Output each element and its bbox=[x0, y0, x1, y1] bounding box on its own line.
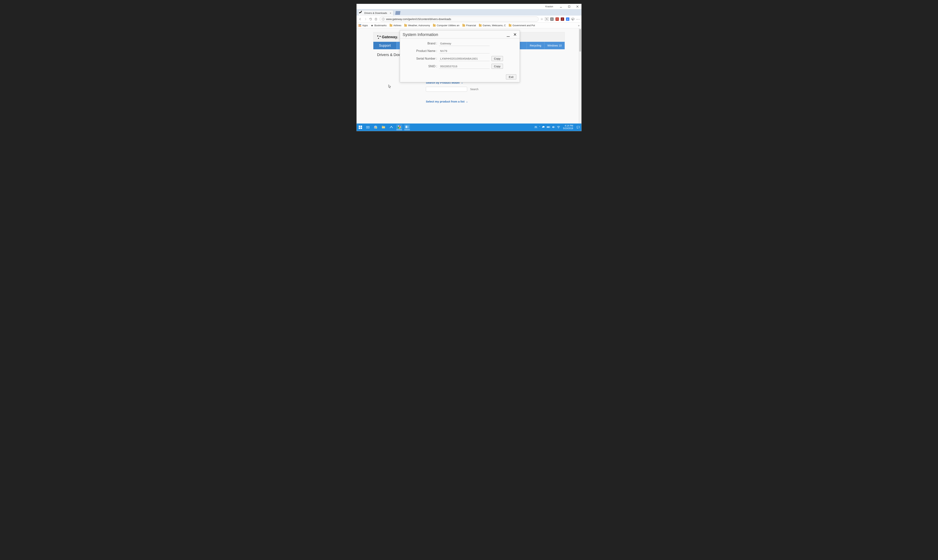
folder-icon bbox=[479, 25, 481, 27]
browser-tab[interactable]: Drivers & Downloads × bbox=[358, 10, 393, 16]
gateway-mark-icon bbox=[377, 35, 381, 39]
apps-button[interactable]: Apps bbox=[358, 24, 368, 27]
site-info-icon[interactable]: i bbox=[382, 18, 384, 20]
bookmarks-menu[interactable]: ★ Bookmarks bbox=[371, 24, 387, 27]
new-tab-button[interactable] bbox=[395, 11, 401, 15]
window-minimize-button[interactable] bbox=[558, 5, 564, 9]
taskbar-explorer-icon[interactable] bbox=[381, 125, 386, 130]
sysinfo-title: System Information bbox=[403, 32, 506, 37]
taskbar-store-icon[interactable] bbox=[373, 125, 378, 130]
sysinfo-titlebar[interactable]: System Information ✕ bbox=[400, 30, 520, 38]
bookmark-label: Weather, Astronomy bbox=[408, 24, 430, 27]
taskbar-app-icon[interactable] bbox=[389, 125, 394, 130]
mouse-cursor-icon bbox=[388, 85, 391, 88]
onedrive-icon[interactable] bbox=[542, 126, 545, 129]
gateway-logo[interactable]: Gateway. bbox=[377, 35, 398, 39]
window-maximize-button[interactable] bbox=[566, 5, 572, 9]
bookmark-star-icon[interactable]: ☆ bbox=[540, 17, 543, 21]
search-label[interactable]: Search bbox=[470, 88, 478, 91]
svg-rect-13 bbox=[376, 127, 377, 128]
window-titlebar: Kraston bbox=[356, 4, 582, 9]
extension-lastpass-icon[interactable]: ••• bbox=[555, 17, 559, 21]
sysinfo-exit-button[interactable]: Exit bbox=[506, 74, 516, 80]
svg-rect-7 bbox=[359, 128, 360, 129]
extension-flash-icon[interactable]: ƒ bbox=[561, 17, 564, 21]
copy-serial-button[interactable]: Copy bbox=[492, 56, 503, 61]
svg-rect-9 bbox=[367, 126, 368, 128]
select-from-list-label: Select my product from a list bbox=[426, 100, 464, 103]
brand-value[interactable] bbox=[439, 41, 490, 46]
address-bar[interactable]: i www.gateway.com/gw/en/US/content/drive… bbox=[380, 17, 538, 22]
product-name-value[interactable] bbox=[439, 49, 490, 54]
system-tray[interactable]: ˄ bbox=[534, 125, 560, 129]
svg-point-19 bbox=[391, 126, 392, 127]
snid-value[interactable] bbox=[439, 64, 490, 69]
nav-recycling[interactable]: Recycling bbox=[527, 42, 544, 49]
extension-translate-icon[interactable]: g bbox=[566, 17, 569, 21]
taskbar-clock[interactable]: 4:14 PM 5/10/2018 bbox=[562, 125, 574, 130]
bookmark-folder[interactable]: Airlines bbox=[390, 24, 401, 27]
scrollbar-thumb[interactable] bbox=[579, 29, 581, 52]
start-button[interactable] bbox=[358, 125, 363, 130]
svg-point-31 bbox=[558, 128, 558, 128]
folder-icon bbox=[390, 25, 392, 27]
forward-button[interactable] bbox=[364, 17, 367, 21]
tray-chevron-up-icon[interactable]: ˄ bbox=[539, 126, 540, 129]
url-text: www.gateway.com/gw/en/US/content/drivers… bbox=[386, 18, 451, 21]
bookmarks-overflow-icon[interactable]: » bbox=[578, 24, 580, 27]
action-center-icon[interactable] bbox=[576, 125, 580, 129]
sysinfo-minimize-button[interactable] bbox=[506, 32, 510, 37]
bookmark-folder[interactable]: Games, Webcams, C bbox=[479, 24, 506, 27]
svg-rect-17 bbox=[382, 126, 383, 127]
vertical-scrollbar[interactable] bbox=[579, 28, 582, 123]
gateway-brand-text: Gateway. bbox=[382, 35, 398, 39]
tab-close-icon[interactable]: × bbox=[390, 12, 391, 15]
back-button[interactable] bbox=[358, 17, 362, 21]
product-search-input[interactable] bbox=[426, 87, 467, 92]
folder-icon bbox=[433, 25, 436, 27]
serial-number-value[interactable] bbox=[439, 56, 490, 61]
extension-adobe-icon[interactable]: A bbox=[550, 17, 554, 21]
svg-rect-8 bbox=[361, 128, 362, 129]
copy-snid-button[interactable]: Copy bbox=[492, 64, 503, 69]
taskbar-sysinfo-icon[interactable] bbox=[404, 125, 410, 130]
home-button[interactable] bbox=[374, 17, 378, 21]
svg-rect-1 bbox=[568, 6, 570, 7]
sysinfo-body: Brand : Product Name : Serial Number : C… bbox=[400, 38, 520, 73]
page-viewport: Gateway. Support Ove Recycling Windows 1… bbox=[356, 28, 582, 123]
tab-favicon-icon bbox=[360, 12, 363, 14]
bookmark-folder[interactable]: Computer Utilities an bbox=[433, 24, 460, 27]
select-from-list-toggle[interactable]: Select my product from a list ⌄ bbox=[426, 100, 565, 103]
battery-icon[interactable] bbox=[547, 126, 551, 129]
product-name-label: Product Name : bbox=[403, 49, 437, 53]
chevron-down-icon: ⌄ bbox=[466, 100, 468, 103]
reload-button[interactable] bbox=[369, 17, 372, 21]
svg-rect-10 bbox=[368, 126, 369, 128]
serial-number-label: Serial Number : bbox=[403, 57, 437, 60]
chrome-menu-icon[interactable]: ⋮ bbox=[576, 18, 580, 21]
svg-rect-23 bbox=[406, 126, 407, 128]
system-information-window: System Information ✕ Brand : Product Nam… bbox=[400, 30, 520, 82]
volume-muted-icon[interactable] bbox=[552, 126, 555, 129]
taskbar-chrome-icon[interactable] bbox=[396, 125, 402, 130]
extension-icons: N A ••• ƒ g ⋮ bbox=[545, 17, 580, 21]
svg-point-24 bbox=[535, 126, 535, 127]
nav-support[interactable]: Support bbox=[373, 42, 396, 49]
bookmark-folder[interactable]: Government and Pol bbox=[509, 24, 535, 27]
desktop-screen: Kraston Drivers & Downloads × bbox=[356, 4, 582, 131]
chrome-profile-label[interactable]: Kraston bbox=[358, 5, 553, 8]
svg-rect-18 bbox=[382, 127, 385, 127]
sysinfo-close-button[interactable]: ✕ bbox=[513, 32, 517, 37]
extension-norton-icon[interactable]: N bbox=[545, 17, 548, 21]
bookmark-folder[interactable]: Financial bbox=[463, 24, 476, 27]
window-close-button[interactable] bbox=[575, 5, 580, 9]
svg-rect-27 bbox=[550, 127, 550, 127]
task-view-button[interactable] bbox=[365, 125, 370, 130]
cast-icon[interactable] bbox=[571, 17, 575, 21]
taskbar-time: 4:14 PM bbox=[563, 125, 573, 127]
wifi-icon[interactable] bbox=[557, 126, 560, 129]
people-icon[interactable] bbox=[534, 125, 537, 129]
nav-windows10[interactable]: Windows 10 bbox=[544, 42, 565, 49]
bookmark-folder[interactable]: Weather, Astronomy bbox=[404, 24, 430, 27]
bookmark-label: Financial bbox=[466, 24, 476, 27]
